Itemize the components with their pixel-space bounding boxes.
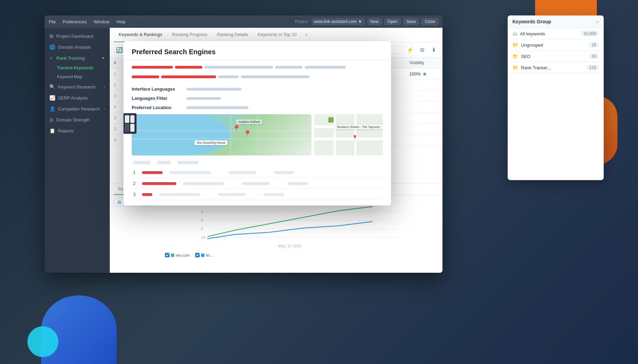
map-streets: [132, 114, 311, 155]
se-bar-5: [305, 66, 346, 69]
sidebar-subitem-keyword-map[interactable]: Keyword Map: [57, 72, 110, 81]
bar-chart-icon: 📈: [49, 95, 55, 101]
sidebar-item-domain-strength[interactable]: ◎ Domain Strength: [45, 114, 110, 125]
menu-help[interactable]: Help: [116, 19, 126, 24]
results-col-1: [133, 161, 150, 164]
sidebar-item-competitor-research[interactable]: 👤 Competitor Research ›: [45, 103, 110, 114]
grid-view-button[interactable]: ⊞: [417, 45, 427, 55]
kw-label-seo: SEO: [521, 54, 589, 59]
download-button[interactable]: ⬇: [429, 45, 438, 55]
map-side: Reuben's Brews - The Taproom 🟩 📍: [314, 114, 383, 155]
col-visibility[interactable]: Visibility: [405, 58, 442, 68]
chart-footer: seo.com lin...: [161, 251, 438, 259]
sidebar-label-rank-tracking: Rank Tracking: [56, 56, 85, 61]
tab-keywords-rankings[interactable]: Keywords & Rankings: [114, 28, 167, 42]
tab-ranking-progress[interactable]: Ranking Progress: [167, 28, 212, 42]
kw-group-all[interactable]: 🗂 All keywords 10,000: [508, 28, 604, 39]
sidebar-subitem-tracked-keywords[interactable]: Tracked Keywords: [57, 63, 110, 72]
legend-check-lin[interactable]: [195, 253, 200, 257]
sidebar-label-keyword-research: Keyword Research: [58, 84, 96, 90]
result-ph-3b: [218, 193, 246, 196]
rank-tracking-submenu: Tracked Keywords Keyword Map: [45, 63, 110, 81]
results-header: [132, 161, 383, 164]
row-2-visibility: [405, 80, 442, 91]
svg-text:4: 4: [201, 210, 203, 214]
tab-keywords-top10[interactable]: Keywords in Top 10: [253, 28, 302, 42]
svg-text:10: 10: [201, 235, 205, 239]
sidebar-label-domain-strength: Domain Strength: [56, 117, 90, 122]
legend-seo: seo.com: [165, 253, 190, 257]
preferred-location-value: [187, 106, 248, 109]
se-bar-r2-2: [161, 75, 216, 78]
svg-text:6: 6: [201, 218, 203, 222]
svg-text:May, 17 2023: May, 17 2023: [278, 244, 301, 248]
open-button[interactable]: Open: [385, 18, 401, 25]
sidebar-item-keyword-research[interactable]: 🔍 Keyword Research ›: [45, 81, 110, 92]
interface-languages-label: Interface Languages: [132, 86, 187, 92]
panel-collapse-button[interactable]: »: [596, 19, 599, 24]
kw-count-rank: 215: [587, 65, 599, 70]
sidebar-label-competitor-research: Competitor Research: [58, 106, 100, 111]
modal-header: Preferred Search Engines: [123, 41, 391, 60]
new-button[interactable]: New: [367, 18, 382, 25]
legend-label-lin: lin...: [206, 253, 213, 257]
menu-file[interactable]: File: [49, 19, 56, 24]
result-ph-3a: [159, 193, 200, 196]
sidebar-item-reports[interactable]: 📋 Reports: [45, 125, 110, 136]
rank-chart: 2 4 6 8 10: [161, 198, 438, 249]
folder-seo-icon: 📁: [512, 54, 518, 59]
languages-filter-label: Languages Filter: [132, 96, 187, 101]
folder-all-icon: 🗂: [512, 31, 517, 36]
result-num-2: 2: [133, 181, 138, 186]
legend-dot-green: [171, 254, 174, 257]
visibility-dot: [423, 73, 426, 75]
result-ph-3c: [263, 193, 284, 196]
map-container: Asadero Ballard 📍 📍 Mox Boarding House R…: [132, 114, 383, 155]
kw-count-all: 10,000: [581, 31, 599, 36]
sidebar-label-serp-analysis: SERP Analysis: [58, 95, 87, 101]
result-bar-1: [142, 171, 163, 174]
menu-right: Project: www.link-assistant.com ▼ New Op…: [295, 18, 438, 25]
sq-cell-2: [130, 115, 135, 123]
modal-body: Interface Languages Languages Filter Pre…: [123, 60, 391, 206]
sidebar-item-rank-tracking[interactable]: ✓ Rank Tracking ▼: [45, 52, 110, 63]
filter-button[interactable]: ⚡: [405, 45, 415, 55]
preferred-location-row: Preferred Location: [132, 105, 383, 110]
legend-lin: lin...: [195, 253, 213, 257]
globe-icon: 🌐: [49, 44, 55, 50]
project-select[interactable]: www.link-assistant.com ▼: [312, 18, 365, 25]
project-url: www.link-assistant.com: [314, 19, 357, 24]
save-button[interactable]: Save: [403, 18, 419, 25]
kw-group-rank-tracker[interactable]: 📁 Rank Tracker... 215: [508, 62, 604, 73]
languages-filter-row: Languages Filter: [132, 96, 383, 101]
keywords-group-panel: Keywords Group » 🗂 All keywords 10,000 📁…: [508, 15, 604, 180]
add-tab-button[interactable]: +: [303, 32, 310, 38]
tab-ranking-details[interactable]: Ranking Details: [212, 28, 253, 42]
sidebar-item-project-dashboard[interactable]: ⊞ Project Dashboard: [45, 31, 110, 42]
menu-preferences[interactable]: Preferences: [63, 19, 87, 24]
legend-check-seo[interactable]: [165, 253, 169, 257]
decorative-blob-teal: [27, 326, 58, 357]
sq-cell-1: [125, 115, 129, 123]
menu-window[interactable]: Window: [94, 19, 109, 24]
map-pin-red: 📍: [243, 130, 252, 138]
map-main: Asadero Ballard 📍 📍 Mox Boarding House: [132, 114, 311, 155]
folder-ungrouped-icon: 📁: [512, 42, 518, 48]
chevron-right-icon-2: ›: [104, 107, 105, 111]
sidebar-item-domain-analysis[interactable]: 🌐 Domain Analysis: [45, 42, 110, 52]
kw-count-seo: 16: [589, 54, 599, 59]
close-button[interactable]: Close: [422, 18, 438, 25]
kw-group-ungrouped[interactable]: 📁 Ungrouped 16: [508, 39, 604, 51]
sidebar: ⊞ Project Dashboard 🌐 Domain Analysis ✓ …: [45, 28, 110, 273]
result-row-1: 1: [132, 167, 383, 178]
google-icon: G: [118, 200, 121, 205]
results-col-3: [178, 161, 198, 164]
result-ph-2c: [287, 182, 308, 185]
results-col-2: [157, 161, 171, 164]
sidebar-item-serp-analysis[interactable]: 📈 SERP Analysis: [45, 92, 110, 103]
se-bar-3: [204, 66, 273, 69]
kw-group-seo[interactable]: 📁 SEO 16: [508, 51, 604, 62]
tabs-bar: Keywords & Rankings Ranking Progress Ran…: [110, 28, 442, 42]
chevron-down-icon: ▼: [358, 19, 362, 24]
modal-side-icon: [123, 113, 137, 134]
